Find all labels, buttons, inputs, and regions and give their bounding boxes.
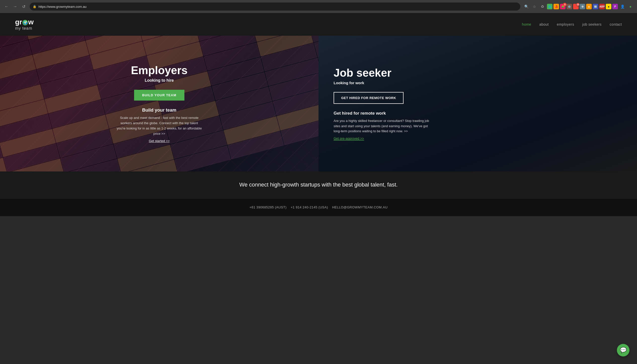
browser-actions: 🔍 ☆ ♻ 🌐 🍎 3 🧩 ⚙️ 12 ❌ ⚙ a 🔤 ABP ■ P 👤 ● bbox=[523, 3, 634, 10]
window-cell bbox=[4, 144, 60, 171]
window-cell bbox=[200, 36, 256, 56]
ext-icon-4[interactable]: ⚙️ bbox=[567, 4, 572, 9]
refresh-button[interactable]: ↺ bbox=[20, 3, 27, 10]
hero-job-seeker: Job seeker Looking for work GET HIRED FO… bbox=[318, 36, 637, 171]
window-cell bbox=[0, 40, 32, 68]
window-cell bbox=[212, 72, 268, 100]
remote-work-description: Are you a highly skilled freelancer or c… bbox=[334, 118, 434, 134]
ext-icon-8[interactable]: ■ bbox=[606, 4, 611, 9]
window-cell bbox=[117, 145, 174, 171]
bookmark-button[interactable]: ☆ bbox=[531, 3, 538, 10]
logo-globe-icon: 🌍 bbox=[22, 20, 28, 25]
window-cell bbox=[224, 116, 280, 145]
logo-text-w: w bbox=[28, 18, 34, 26]
window-cell bbox=[25, 36, 81, 39]
logo-mark: gr🌍w my team bbox=[15, 18, 34, 31]
window-cell bbox=[281, 117, 318, 145]
window-cell bbox=[228, 131, 284, 159]
window-cell bbox=[29, 36, 85, 54]
window-cell bbox=[0, 70, 40, 98]
recycle-button[interactable]: ♻ bbox=[539, 3, 546, 10]
tagline-bar: We connect high-growth startups with the… bbox=[0, 171, 637, 198]
logo: gr🌍w my team bbox=[15, 18, 34, 31]
get-started-link[interactable]: Get started >> bbox=[149, 139, 170, 143]
window-cell bbox=[0, 36, 28, 54]
browser-chrome: ← → ↺ 🔒 https://www.growmyteam.com.au 🔍 … bbox=[0, 0, 637, 13]
window-cell bbox=[82, 36, 138, 40]
browser-nav-buttons: ← → ↺ bbox=[3, 3, 27, 10]
window-cell bbox=[49, 100, 105, 128]
forward-button[interactable]: → bbox=[12, 3, 19, 10]
hero-left-content: Employers Looking to hire BUILD YOUR TEA… bbox=[111, 59, 207, 148]
ext-icon-abp[interactable]: ABP bbox=[599, 4, 605, 9]
window-cell bbox=[273, 87, 318, 116]
window-cell bbox=[139, 36, 195, 40]
job-seeker-subtitle: Looking for work bbox=[334, 81, 622, 85]
hero-right-content: Job seeker Looking for work GET HIRED FO… bbox=[334, 67, 622, 141]
lock-icon: 🔒 bbox=[33, 5, 36, 8]
window-cell bbox=[57, 129, 113, 158]
ext-icon-2[interactable]: 🍎 bbox=[553, 4, 559, 9]
ext-icon-9[interactable]: P bbox=[612, 4, 618, 9]
window-cell bbox=[64, 159, 121, 171]
site-footer: +61 390685285 (AUST) +1 914 240-2145 (US… bbox=[0, 198, 637, 216]
tagline-text: We connect high-growth startups with the… bbox=[5, 181, 632, 188]
window-cell bbox=[253, 36, 309, 41]
window-cell bbox=[196, 36, 252, 41]
footer-contact: +61 390685285 (AUST) +1 914 240-2145 (US… bbox=[5, 205, 632, 209]
window-cell bbox=[0, 55, 36, 83]
address-bar[interactable]: 🔒 https://www.growmyteam.com.au bbox=[30, 3, 520, 11]
nav-about[interactable]: about bbox=[539, 22, 549, 26]
window-cell bbox=[0, 158, 7, 171]
window-cell bbox=[261, 43, 317, 71]
window-cell bbox=[0, 99, 48, 127]
url-text: https://www.growmyteam.com.au bbox=[38, 5, 87, 9]
footer-phone-usa: +1 914 240-2145 (USA) bbox=[291, 205, 328, 209]
window-cell bbox=[61, 144, 117, 171]
window-cell bbox=[53, 115, 109, 143]
window-cell bbox=[310, 36, 318, 42]
window-cell bbox=[0, 129, 56, 157]
window-cell bbox=[122, 160, 178, 171]
ext-icon-amazon[interactable]: a bbox=[586, 4, 592, 9]
remote-work-title: Get hired for remote work bbox=[334, 111, 622, 116]
window-cell bbox=[314, 36, 318, 57]
build-team-title: Build your team bbox=[116, 108, 202, 113]
window-cell bbox=[8, 158, 64, 171]
ext-icon-1[interactable]: 🌐 bbox=[547, 4, 552, 9]
window-cell bbox=[277, 102, 318, 130]
profile-button[interactable]: 👤 bbox=[619, 3, 626, 10]
footer-phone-aust: +61 390685285 (AUST) bbox=[249, 205, 287, 209]
window-cell bbox=[257, 36, 313, 56]
account-button[interactable]: ● bbox=[627, 3, 634, 10]
nav-contact[interactable]: contact bbox=[610, 22, 622, 26]
window-cell bbox=[204, 42, 260, 71]
hero-employers: Employers Looking to hire BUILD YOUR TEA… bbox=[0, 36, 318, 171]
nav-job-seekers[interactable]: job seekers bbox=[582, 22, 602, 26]
main-nav: home about employers job seekers contact bbox=[522, 22, 622, 26]
job-seeker-title: Job seeker bbox=[334, 67, 622, 79]
ext-icon-7[interactable]: 🔤 bbox=[593, 4, 598, 9]
ext-icon-3[interactable]: 3 🧩 bbox=[560, 4, 566, 9]
window-cell bbox=[37, 56, 93, 84]
build-team-button[interactable]: BUILD YOUR TEAM bbox=[134, 90, 184, 101]
hero-section: Employers Looking to hire BUILD YOUR TEA… bbox=[0, 36, 637, 171]
ext-icon-6[interactable]: ⚙ bbox=[580, 4, 585, 9]
get-preapproved-link[interactable]: Get pre-approved >> bbox=[334, 136, 364, 141]
window-cell bbox=[208, 57, 264, 85]
window-cell bbox=[265, 58, 318, 86]
footer-email: HELLO@GROWMYTEAM.COM.AU bbox=[332, 205, 387, 209]
logo-sub: my team bbox=[15, 26, 34, 31]
website: gr🌍w my team home about employers job se… bbox=[0, 13, 637, 216]
get-hired-button[interactable]: GET HIRED FOR REMOTE WORK bbox=[334, 92, 404, 104]
nav-employers[interactable]: employers bbox=[557, 22, 574, 26]
back-button[interactable]: ← bbox=[3, 3, 10, 10]
window-cell bbox=[86, 36, 142, 55]
window-cell bbox=[0, 84, 44, 113]
ext-icon-5[interactable]: 12 ❌ bbox=[573, 4, 579, 9]
window-cell bbox=[269, 73, 318, 101]
nav-home[interactable]: home bbox=[522, 22, 531, 26]
window-cell bbox=[33, 41, 89, 69]
search-button[interactable]: 🔍 bbox=[523, 3, 530, 10]
window-cell bbox=[0, 143, 3, 171]
